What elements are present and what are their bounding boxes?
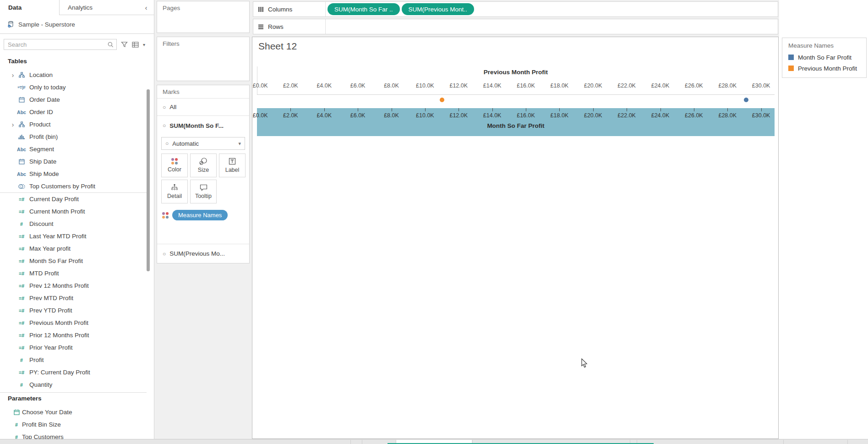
axis-tick-label: £0.0K	[253, 112, 268, 119]
detail-button[interactable]: Detail	[161, 180, 188, 203]
parameter-label: Choose Your Date	[22, 409, 72, 416]
axis-tick-label: £30.0K	[752, 112, 770, 119]
field-item[interactable]: =#MTD Profit	[0, 267, 147, 280]
axis-tick-label: £16.0K	[517, 82, 535, 89]
bottom-axis-highlighted[interactable]: £0.0K£2.0K£4.0K£6.0K£8.0K£10.0K£12.0K£14…	[257, 108, 775, 136]
label-button[interactable]: Label	[219, 153, 246, 177]
columns-pill[interactable]: SUM(Previous Mont..	[402, 3, 474, 15]
axis-tick-mark	[727, 108, 728, 111]
field-item[interactable]: =#Prior 12 Months Profit	[0, 329, 147, 341]
tab-separator	[783, 440, 784, 444]
data-panel-scrollbar[interactable]	[147, 89, 150, 271]
rows-icon	[258, 24, 264, 30]
legend-item[interactable]: Previous Month Profit	[782, 63, 866, 74]
field-item[interactable]: =#Last Year MTD Profit	[0, 230, 147, 242]
field-label: Product	[29, 121, 51, 128]
size-button[interactable]: Size	[190, 153, 217, 177]
field-item[interactable]: =#Prior Year Profit	[0, 341, 147, 354]
calculated-number-icon: =#	[19, 271, 24, 276]
label-icon	[229, 158, 236, 165]
field-item[interactable]: AbcOrder ID	[0, 106, 147, 118]
search-row: ▾	[0, 38, 154, 51]
marks-tab-measure1[interactable]: ○ SUM(Month So F...	[157, 115, 249, 135]
legend-item[interactable]: Month So Far Profit	[782, 52, 866, 63]
color-legend-icon	[162, 212, 169, 219]
field-item[interactable]: =#Prev YTD Profit	[0, 304, 147, 317]
abc-icon: Abc	[17, 147, 26, 152]
field-item[interactable]: =#Current Day Profit	[0, 193, 147, 205]
columns-icon	[258, 6, 264, 12]
tab-analytics[interactable]: Analytics	[60, 0, 138, 15]
axis-tick-label: £28.0K	[718, 82, 737, 89]
field-item[interactable]: #Quantity	[0, 378, 147, 391]
view-options-icon[interactable]	[132, 42, 139, 48]
marks-tab-measure2[interactable]: ○ SUM(Previous Mo...	[157, 244, 249, 263]
field-item[interactable]: =#PY: Current Day Profit	[0, 366, 147, 378]
rows-shelf[interactable]: Rows	[253, 19, 778, 34]
axis-tick-mark	[425, 108, 426, 111]
field-item[interactable]: #Discount	[0, 218, 147, 230]
mark-circle-icon: ○	[163, 122, 166, 129]
field-item[interactable]: =#Prev MTD Profit	[0, 292, 147, 304]
expand-icon[interactable]: ›	[10, 121, 16, 128]
field-item[interactable]: =#Month So Far Profit	[0, 255, 147, 267]
datasource-item[interactable]: Sample - Superstore	[0, 15, 154, 34]
field-label: Ship Mode	[29, 170, 59, 177]
bottom-axis-ticks: £0.0K£2.0K£4.0K£6.0K£8.0K£10.0K£12.0K£14…	[257, 112, 775, 120]
axis-tick-mark	[358, 108, 358, 111]
pages-shelf[interactable]: Pages	[157, 1, 250, 33]
view-options-caret-icon[interactable]: ▾	[143, 42, 145, 47]
field-item[interactable]: =#Current Month Profit	[0, 205, 147, 218]
marks-tab-measure1-label: SUM(Month So F...	[169, 122, 224, 129]
collapse-panel-icon[interactable]: ‹	[138, 0, 154, 15]
data-panel: Data Analytics ‹ Sample - Superstore	[0, 0, 154, 439]
mark-type-dropdown[interactable]: ○ Automatic ▾	[161, 137, 245, 150]
color-button[interactable]: Color	[161, 153, 188, 177]
hierarchy-icon	[19, 72, 25, 78]
filters-shelf[interactable]: Filters	[157, 37, 250, 81]
field-item[interactable]: =#Previous Month Profit	[0, 317, 147, 329]
field-item[interactable]: Top Customers by Profit	[0, 180, 147, 192]
axis-tick-label: £22.0K	[617, 82, 636, 89]
measure-names-pill[interactable]: Measure Names	[172, 210, 228, 220]
columns-shelf[interactable]: Columns SUM(Month So Far ..SUM(Previous …	[253, 1, 778, 17]
expand-icon[interactable]: ›	[10, 71, 16, 79]
mark-dot-previous-month-profit[interactable]	[440, 98, 444, 102]
parameter-item[interactable]: Choose Your Date	[0, 406, 147, 418]
field-label: Ship Date	[29, 158, 56, 165]
tooltip-button[interactable]: Tooltip	[190, 180, 217, 203]
marks-card: Marks ○ All ○ SUM(Month So F... ○ Automa…	[157, 85, 250, 263]
axis-tick-label: £28.0K	[718, 112, 737, 119]
calendar-icon	[19, 159, 25, 164]
field-item[interactable]: ›Location	[0, 69, 147, 81]
boolean-calc-icon: =T|F	[17, 85, 26, 90]
calculated-number-icon: =#	[19, 320, 24, 326]
field-item[interactable]: ›Product	[0, 118, 147, 131]
axis-tick-label: £24.0K	[651, 112, 670, 119]
field-item[interactable]: Ship Date	[0, 155, 147, 168]
field-item[interactable]: =#Prev 12 Months Profit	[0, 280, 147, 292]
tooltip-icon	[200, 184, 207, 191]
search-input[interactable]	[8, 41, 99, 48]
field-item[interactable]: #Profit	[0, 354, 147, 366]
search-box[interactable]	[4, 39, 117, 50]
parameters-list: Choose Your Date#Profit Bin Size#Top Cus…	[0, 406, 147, 443]
field-item[interactable]: =#Max Year profit	[0, 242, 147, 255]
marks-tab-all[interactable]: ○ All	[157, 98, 249, 115]
mark-dot-month-so-far-profit[interactable]	[744, 98, 748, 102]
field-item[interactable]: =T|FOnly to today	[0, 81, 147, 93]
mark-circle-icon: ○	[165, 140, 169, 147]
parameter-item[interactable]: #Profit Bin Size	[0, 418, 147, 431]
field-item[interactable]: Profit (bin)	[0, 131, 147, 143]
columns-pill[interactable]: SUM(Month So Far ..	[328, 3, 400, 15]
number-icon: #	[20, 357, 23, 363]
tab-data[interactable]: Data	[0, 0, 60, 15]
measure-names-legend[interactable]: Measure Names Month So Far ProfitPreviou…	[782, 38, 867, 78]
field-item[interactable]: AbcShip Mode	[0, 168, 147, 180]
field-item[interactable]: Order Date	[0, 93, 147, 106]
parameters-header: Parameters	[8, 395, 42, 402]
top-axis-ticks: £0.0K£2.0K£4.0K£6.0K£8.0K£10.0K£12.0K£14…	[257, 82, 775, 91]
field-item[interactable]: AbcSegment	[0, 143, 147, 155]
filter-fields-icon[interactable]	[121, 41, 128, 48]
axis-tick-label: £14.0K	[483, 82, 502, 89]
